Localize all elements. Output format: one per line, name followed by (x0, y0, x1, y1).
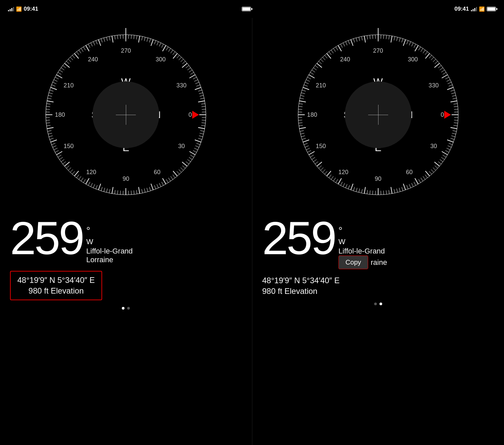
svg-line-11 (150, 39, 151, 42)
svg-line-324 (300, 98, 304, 99)
svg-line-328 (303, 87, 309, 90)
svg-line-76 (166, 179, 168, 182)
svg-line-198 (415, 45, 418, 51)
svg-line-200 (421, 48, 423, 52)
status-center (242, 7, 251, 11)
svg-line-28 (186, 65, 189, 68)
location-name-left: Liffol-le-Grand (86, 247, 133, 256)
svg-line-52 (198, 127, 205, 128)
svg-line-125 (53, 146, 56, 147)
svg-line-277 (367, 190, 367, 194)
svg-line-250 (433, 167, 436, 170)
svg-line-21 (173, 52, 175, 55)
svg-line-255 (423, 176, 425, 179)
svg-line-308 (303, 140, 309, 142)
svg-line-113 (72, 171, 75, 174)
svg-line-72 (173, 171, 178, 176)
svg-line-340 (320, 59, 323, 62)
svg-line-83 (150, 187, 151, 191)
svg-line-329 (304, 85, 307, 86)
heading-right-left: ° W Liffol-le-Grand Lorraine (86, 215, 133, 264)
svg-line-60 (194, 148, 198, 150)
svg-line-285 (345, 184, 347, 188)
svg-line-67 (182, 162, 187, 166)
svg-line-309 (302, 138, 305, 139)
svg-line-105 (91, 183, 92, 187)
svg-line-195 (409, 42, 411, 45)
svg-line-270 (386, 190, 387, 194)
svg-line-233 (450, 127, 457, 128)
svg-line-245 (441, 157, 445, 159)
coords-box-left[interactable]: 48°19′9″ N 5°34′40″ E 980 ft Elevation (10, 271, 102, 300)
svg-line-135 (46, 120, 50, 120)
svg-line-23 (177, 55, 180, 58)
svg-line-331 (306, 80, 310, 81)
svg-line-213 (442, 75, 447, 78)
svg-line-276 (370, 190, 370, 194)
svg-line-235 (452, 133, 456, 134)
svg-line-292 (329, 175, 331, 178)
svg-line-191 (399, 38, 400, 42)
svg-line-320 (298, 109, 302, 109)
svg-line-143 (47, 98, 51, 99)
svg-line-58 (197, 143, 200, 144)
svg-line-282 (353, 187, 355, 191)
svg-line-339 (318, 61, 321, 64)
svg-line-157 (64, 63, 69, 68)
svg-line-127 (51, 140, 57, 142)
svg-line-313 (299, 127, 306, 128)
svg-line-291 (331, 176, 333, 179)
svg-line-266 (397, 188, 398, 192)
svg-line-280 (359, 188, 360, 192)
svg-line-222 (453, 98, 457, 99)
svg-line-208 (434, 63, 439, 68)
svg-line-10 (147, 38, 148, 42)
svg-line-262 (407, 185, 408, 189)
svg-line-109 (81, 178, 83, 181)
svg-line-98 (109, 189, 110, 193)
status-left: 📶 09:41 (8, 6, 38, 12)
svg-line-327 (302, 90, 305, 91)
svg-line-310 (301, 136, 305, 137)
svg-line-81 (155, 185, 156, 189)
svg-line-196 (412, 43, 413, 46)
svg-line-151 (55, 77, 59, 79)
svg-line-296 (320, 167, 323, 170)
svg-line-238 (447, 140, 453, 142)
dot-1-right (374, 303, 377, 305)
info-section-right: 259 ° W Liffol-le-Grand Copy raine 48°19… (252, 215, 504, 296)
svg-line-25 (181, 59, 184, 62)
svg-line-108 (83, 179, 85, 182)
elevation-text-left: 980 ft Elevation (17, 286, 95, 296)
svg-line-104 (93, 184, 95, 188)
svg-line-166 (83, 47, 85, 50)
svg-line-57 (195, 140, 201, 142)
svg-line-80 (157, 184, 159, 188)
svg-line-357 (361, 36, 362, 40)
svg-line-241 (447, 148, 450, 150)
svg-line-186 (386, 35, 387, 39)
svg-point-182 (298, 35, 458, 195)
svg-line-50 (202, 123, 206, 123)
svg-line-252 (429, 171, 432, 174)
svg-point-1 (46, 35, 206, 195)
svg-line-9 (144, 37, 145, 41)
svg-line-73 (173, 175, 175, 178)
svg-line-172 (98, 39, 101, 46)
svg-line-360 (370, 35, 370, 39)
copy-button[interactable]: Copy (338, 256, 368, 269)
svg-line-79 (159, 183, 161, 187)
svg-line-338 (317, 63, 322, 68)
svg-line-95 (117, 190, 118, 194)
svg-line-89 (134, 190, 134, 194)
svg-line-332 (307, 77, 311, 79)
svg-line-344 (329, 52, 331, 55)
svg-line-164 (79, 50, 81, 53)
svg-line-221 (452, 95, 456, 96)
svg-line-107 (86, 178, 89, 184)
svg-line-94 (120, 190, 121, 194)
svg-line-112 (74, 171, 79, 176)
svg-line-290 (333, 178, 336, 181)
svg-line-29 (188, 68, 191, 70)
svg-line-165 (81, 48, 83, 52)
